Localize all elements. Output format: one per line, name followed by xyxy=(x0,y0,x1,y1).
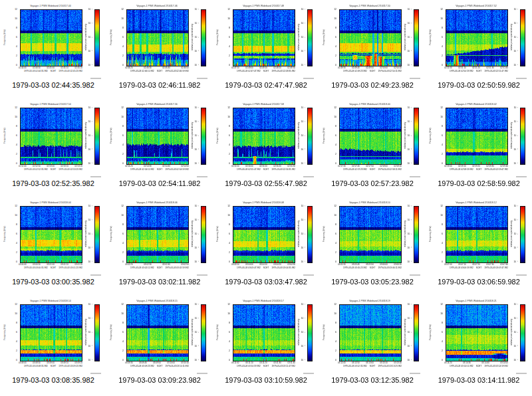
y-tick-label: 10 xyxy=(11,312,17,315)
colorbar-label: relative power spectral density xyxy=(84,9,88,65)
scet-end-timestamp: 1979-03-03 03:10:11.982 xyxy=(165,365,189,367)
scet-line: 1979-03-03 02:57:23.982 SCET 1979-03-03 … xyxy=(322,168,423,171)
colorbar-label: relative power spectral density xyxy=(190,206,194,262)
x-tick-label: 03:04:10 xyxy=(259,263,267,266)
scet-start-timestamp: 1979-03-03 03:09:23.982 xyxy=(130,365,154,367)
panel-caption: 1979-03-03 03:14:11.982 xyxy=(426,376,532,384)
x-tick-label: 03:02:50 xyxy=(181,263,189,266)
x-tick-label: 02:54:50 xyxy=(181,165,189,167)
scet-label: SCET xyxy=(157,365,163,367)
x-tick-label: 03:01:20 xyxy=(74,263,82,266)
spectrogram-panel[interactable]: Voyager-1 PWS Wideband 2/16317.46 Freque… xyxy=(106,0,213,98)
spectrogram-canvas[interactable] xyxy=(339,108,402,165)
scet-start-timestamp: 1979-03-03 03:10:59.982 xyxy=(237,365,261,367)
colorbar xyxy=(520,9,525,66)
spectrogram-canvas[interactable] xyxy=(20,9,82,66)
y-tick-labels: 121086420 xyxy=(436,108,444,163)
spectrogram-panel[interactable]: Voyager-1 PWS Wideband 2/16318.21 Freque… xyxy=(426,295,532,393)
scet-label: SCET xyxy=(370,365,376,367)
spectrogram-canvas[interactable] xyxy=(126,9,189,66)
spectrogram-canvas[interactable] xyxy=(126,206,189,263)
colorbar-label: relative power spectral density xyxy=(509,108,513,163)
spectrogram-canvas[interactable] xyxy=(233,9,295,66)
spectrogram-canvas[interactable] xyxy=(446,206,508,263)
y-tick-labels: 121086420 xyxy=(117,206,125,262)
spectrogram-panel[interactable]: Voyager-1 PWS Wideband 2/16318.04 Freque… xyxy=(0,197,106,295)
spectrogram-panel[interactable]: Voyager-1 PWS Wideband 2/16317.50 Freque… xyxy=(319,0,426,98)
scet-line: 1979-03-03 03:12:35.982 SCET 1979-03-03 … xyxy=(322,365,423,367)
colorbar-label: relative power spectral density xyxy=(297,304,301,360)
spectrogram-panel[interactable]: Voyager-1 PWS Wideband 2/16317.58 Freque… xyxy=(213,98,319,197)
spectrogram-canvas[interactable] xyxy=(339,206,402,263)
x-tick-label: 02:46:30 xyxy=(144,66,152,69)
spectrogram-panel[interactable]: Voyager-1 PWS Wideband 2/16318.06 Freque… xyxy=(106,197,213,295)
y-tick-label: 2 xyxy=(223,349,230,352)
colorbar xyxy=(414,9,419,66)
plot-credit-mark xyxy=(90,78,101,79)
spectrogram-panel[interactable]: Voyager-1 PWS Wideband 2/16317.48 Freque… xyxy=(213,0,319,98)
x-tick-labels: 03:02:2003:02:3003:02:4003:02:50 xyxy=(125,263,189,266)
y-tick-label: 0 xyxy=(330,359,336,361)
panel-caption: 1979-03-03 02:54:11.982 xyxy=(106,179,213,187)
spectrogram-canvas[interactable] xyxy=(126,304,189,361)
spectrogram-canvas[interactable] xyxy=(233,206,295,263)
x-tick-labels: 03:00:4003:00:5003:01:0003:01:1003:01:20 xyxy=(19,263,82,266)
x-tick-label: 02:59:30 xyxy=(486,165,494,167)
x-tick-label: 02:46:50 xyxy=(181,66,189,69)
y-tick-label: 4 xyxy=(223,144,230,146)
y-tick-labels: 121086420 xyxy=(223,304,231,360)
spectrogram-panel[interactable]: Voyager-1 PWS Wideband 2/16318.15 Freque… xyxy=(106,295,213,393)
spectrogram-panel[interactable]: Voyager-1 PWS Wideband 2/16318.14 Freque… xyxy=(0,295,106,393)
x-tick-label: 02:45:20 xyxy=(74,66,82,69)
spectrogram-canvas[interactable] xyxy=(126,108,189,165)
spectrogram-canvas[interactable] xyxy=(20,206,82,263)
scet-end-timestamp: 1979-03-03 03:11:47.982 xyxy=(271,365,295,367)
spectrogram-canvas[interactable] xyxy=(233,108,295,165)
y-tick-label: 4 xyxy=(330,242,336,245)
y-tick-label: 2 xyxy=(436,349,443,352)
spectrogram-panel[interactable]: Voyager-1 PWS Wideband 2/16318.10 Freque… xyxy=(319,197,426,295)
colorbar-label: relative power spectral density xyxy=(297,108,301,163)
spectrogram-panel[interactable]: Voyager-1 PWS Wideband 2/16318.12 Freque… xyxy=(426,197,532,295)
spectrogram-panel[interactable]: Voyager-1 PWS Wideband 2/16317.52 Freque… xyxy=(426,0,532,98)
spectrogram-panel[interactable]: Voyager-1 PWS Wideband 2/16317.54 Freque… xyxy=(0,98,106,197)
y-tick-label: 6 xyxy=(223,36,230,39)
spectrogram-panel[interactable]: Voyager-1 PWS Wideband 2/16317.56 Freque… xyxy=(106,98,213,197)
y-tick-label: 2 xyxy=(330,153,336,155)
spectrogram-canvas[interactable] xyxy=(339,304,402,361)
spectrogram-canvas[interactable] xyxy=(20,304,82,361)
spectrogram-canvas[interactable] xyxy=(339,9,402,66)
panel-title: Voyager-1 PWS Wideband 2/16318.04 xyxy=(15,201,86,204)
y-tick-label: 4 xyxy=(436,242,443,245)
spectrogram-panel[interactable]: Voyager-1 PWS Wideband 2/16318.00 Freque… xyxy=(319,98,426,197)
x-tick-label: 03:12:40 xyxy=(338,361,346,364)
y-tick-label: 10 xyxy=(223,214,230,217)
x-tick-label: 03:09:00 xyxy=(47,361,55,364)
colorbar-label: relative power spectral density xyxy=(190,304,194,360)
x-tick-label: 02:57:30 xyxy=(338,165,346,167)
spectrogram-canvas[interactable] xyxy=(233,304,295,361)
spectrogram-panel[interactable]: Voyager-1 PWS Wideband 2/16318.08 Freque… xyxy=(213,197,319,295)
colorbar xyxy=(307,206,313,263)
colorbar-label: relative power spectral density xyxy=(84,206,88,262)
scet-label: SCET xyxy=(157,266,163,269)
y-tick-label: 10 xyxy=(223,312,230,315)
x-tick-label: 02:53:10 xyxy=(61,165,68,167)
spectrogram-canvas[interactable] xyxy=(446,304,508,361)
y-tick-label: 12 xyxy=(436,303,443,306)
spectrogram-panel[interactable]: Voyager-1 PWS Wideband 2/16318.17 Freque… xyxy=(213,295,319,393)
spectrogram-canvas[interactable] xyxy=(446,9,508,66)
spectrogram-panel[interactable]: Voyager-1 PWS Wideband 2/16318.02 Freque… xyxy=(426,98,532,197)
spectrogram-panel[interactable]: Voyager-1 PWS Wideband 2/16318.19 Freque… xyxy=(319,295,426,393)
spectrogram-panel[interactable]: Voyager-1 PWS Wideband 2/16317.44 Freque… xyxy=(0,0,106,98)
spectrogram-canvas[interactable] xyxy=(20,108,82,165)
spectrogram-canvas[interactable] xyxy=(446,108,508,165)
scet-start-timestamp: 1979-03-03 03:00:35.982 xyxy=(24,266,48,269)
x-tick-label: 03:04:20 xyxy=(273,263,281,266)
panel-title: Voyager-1 PWS Wideband 2/16317.48 xyxy=(227,5,299,7)
colorbar xyxy=(94,304,100,361)
y-tick-label: 6 xyxy=(11,36,17,39)
y-tick-labels: 121086420 xyxy=(223,108,231,163)
y-axis-label: Frequency (kHz) xyxy=(3,206,7,262)
colorbar xyxy=(94,108,100,165)
